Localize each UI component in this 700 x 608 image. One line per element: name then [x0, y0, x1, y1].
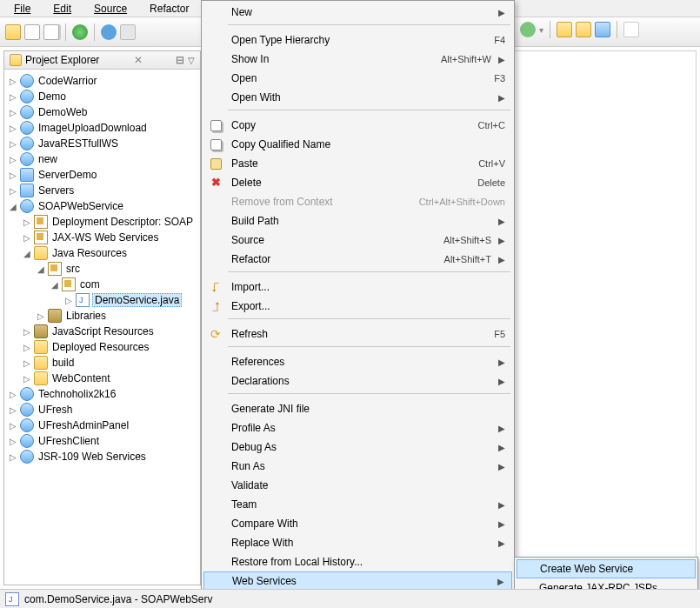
- submenu-arrow-icon: ▶: [498, 357, 505, 367]
- menu-item-validate[interactable]: Validate: [203, 476, 512, 495]
- collapse-icon[interactable]: ⊟: [176, 54, 184, 66]
- tree-item[interactable]: ▷WebContent: [22, 371, 198, 386]
- dropdown-icon[interactable]: ▾: [539, 25, 543, 35]
- menu-item-import[interactable]: ⮦Import...: [203, 277, 512, 297]
- submenu-arrow-icon: ▶: [498, 538, 505, 548]
- menu-item-open-type-hierarchy[interactable]: Open Type HierarchyF4: [203, 30, 512, 50]
- tree-item[interactable]: ▷JavaRESTfullWS: [8, 136, 198, 151]
- tree-item[interactable]: ◢src: [36, 261, 198, 277]
- server-icon[interactable]: [520, 22, 536, 37]
- tree-item[interactable]: ▷DemoWeb: [8, 104, 198, 120]
- separator: [617, 21, 617, 38]
- menu-item-open-with[interactable]: Open With▶: [203, 88, 512, 107]
- debug-icon[interactable]: [101, 24, 117, 40]
- submenu-arrow-icon: ▶: [498, 519, 505, 529]
- menu-separator: [203, 346, 512, 352]
- tree-item[interactable]: ▷UFreshClient: [8, 433, 198, 449]
- tree-item[interactable]: ◢SOAPWebService: [8, 198, 198, 214]
- tree-item[interactable]: ▷Servers: [8, 183, 198, 198]
- tree-item[interactable]: ▷Technoholix2k16: [8, 386, 198, 402]
- project-explorer-view: Project Explorer ✕ ⊟ ▽ ▷CodeWarrior▷Demo…: [3, 50, 201, 585]
- new-icon[interactable]: [5, 24, 21, 40]
- menu-item-profile-as[interactable]: Profile As▶: [203, 418, 512, 438]
- menu-item-show-in[interactable]: Show InAlt+Shift+W▶: [203, 50, 512, 69]
- tree-item[interactable]: ▷UFresh: [8, 402, 198, 418]
- menu-item-restore-from-local-history[interactable]: Restore from Local History...: [203, 552, 512, 571]
- explorer-icon: [10, 54, 22, 66]
- tree-item[interactable]: ▷build: [22, 355, 198, 371]
- separator: [65, 23, 66, 41]
- tree-item[interactable]: ▷ImageUploadDownload: [8, 120, 198, 136]
- tree-item[interactable]: ▷UFreshAdminPanel: [8, 418, 198, 433]
- menu-item-new[interactable]: New▶: [203, 3, 512, 22]
- new-project-icon[interactable]: [557, 22, 572, 37]
- run-icon[interactable]: [72, 24, 88, 40]
- menu-item-build-path[interactable]: Build Path▶: [203, 211, 512, 231]
- menu-item-copy-qualified-name[interactable]: Copy Qualified Name: [203, 135, 512, 154]
- tree-item[interactable]: ▷new: [8, 151, 198, 167]
- submenu-item-create-web-service[interactable]: Create Web Service: [517, 559, 696, 578]
- project-tree[interactable]: ▷CodeWarrior▷Demo▷DemoWeb▷ImageUploadDow…: [4, 70, 200, 585]
- tree-item[interactable]: ◢Java Resources: [22, 245, 198, 261]
- menu-item-compare-with[interactable]: Compare With▶: [203, 514, 512, 533]
- menu-item-run-as[interactable]: Run As▶: [203, 457, 512, 476]
- menu-item-declarations[interactable]: Declarations▶: [203, 371, 512, 391]
- menu-item-paste[interactable]: PasteCtrl+V: [203, 154, 512, 173]
- context-menu[interactable]: New▶Open Type HierarchyF4Show InAlt+Shif…: [201, 0, 515, 608]
- open-icon[interactable]: [576, 22, 591, 37]
- submenu-arrow-icon: ▶: [498, 93, 505, 103]
- submenu-arrow-icon: ▶: [498, 236, 505, 245]
- menu-source[interactable]: Source: [83, 2, 137, 15]
- java-file-icon: [5, 592, 19, 606]
- menu-item-web-services[interactable]: Web Services▶: [203, 571, 512, 591]
- tree-item[interactable]: ▷JavaScript Resources: [22, 324, 198, 339]
- tree-item[interactable]: ▷Demo: [8, 89, 198, 104]
- misc-icon[interactable]: [623, 22, 639, 37]
- tree-item[interactable]: ▷DemoService.java: [63, 292, 198, 308]
- tree-item[interactable]: ▷Libraries: [36, 308, 198, 324]
- menu-separator: [203, 318, 512, 324]
- tree-item[interactable]: ▷ServerDemo: [8, 167, 198, 183]
- menu-file[interactable]: File: [3, 2, 41, 15]
- submenu-arrow-icon: ▶: [498, 443, 505, 452]
- submenu-arrow-icon: ▶: [498, 217, 505, 226]
- folder-icon[interactable]: [595, 22, 610, 37]
- save-all-icon[interactable]: [43, 24, 59, 40]
- tree-item[interactable]: ▷Deployed Resources: [22, 339, 198, 355]
- menu-item-open[interactable]: OpenF3: [203, 69, 512, 88]
- menu-item-export[interactable]: ⮥Export...: [203, 297, 512, 316]
- menu-item-team[interactable]: Team▶: [203, 495, 512, 514]
- close-view-icon[interactable]: ✕: [134, 54, 143, 66]
- submenu-arrow-icon: ▶: [498, 55, 505, 64]
- status-bar: com.DemoService.java - SOAPWebServ: [0, 589, 700, 608]
- menu-separator: [203, 24, 512, 30]
- tree-item[interactable]: ▷JAX-WS Web Services: [22, 230, 198, 245]
- menu-item-references[interactable]: References▶: [203, 352, 512, 371]
- menu-item-copy[interactable]: CopyCtrl+C: [203, 116, 512, 135]
- tree-item[interactable]: ▷JSR-109 Web Services: [8, 449, 198, 464]
- tree-item[interactable]: ◢com: [50, 277, 198, 292]
- menu-item-refresh[interactable]: ⟳RefreshF5: [203, 324, 512, 344]
- status-text: com.DemoService.java - SOAPWebServ: [24, 593, 213, 605]
- submenu-arrow-icon: ▶: [498, 8, 505, 17]
- view-menu-icon[interactable]: ▽: [188, 56, 195, 65]
- menu-edit[interactable]: Edit: [43, 2, 82, 15]
- menu-item-refactor[interactable]: RefactorAlt+Shift+T▶: [203, 250, 512, 269]
- menu-item-source[interactable]: SourceAlt+Shift+S▶: [203, 231, 512, 250]
- separator: [550, 21, 550, 38]
- menu-item-replace-with[interactable]: Replace With▶: [203, 533, 512, 552]
- menu-separator: [203, 110, 512, 116]
- tree-item[interactable]: ▷CodeWarrior: [8, 73, 198, 89]
- menu-refactor[interactable]: Refactor: [139, 2, 199, 15]
- menu-separator: [203, 271, 512, 277]
- menu-item-delete[interactable]: ✖DeleteDelete: [203, 173, 512, 192]
- stop-icon[interactable]: [120, 24, 136, 40]
- save-icon[interactable]: [24, 24, 40, 40]
- submenu-arrow-icon: ▶: [498, 377, 505, 386]
- tree-item[interactable]: ▷Deployment Descriptor: SOAP: [22, 214, 198, 230]
- submenu-arrow-icon: ▶: [498, 424, 505, 433]
- view-title: Project Explorer: [25, 54, 130, 66]
- menu-item-debug-as[interactable]: Debug As▶: [203, 438, 512, 457]
- submenu-arrow-icon: ▶: [497, 577, 504, 586]
- menu-item-generate-jni-file[interactable]: Generate JNI file: [203, 399, 512, 418]
